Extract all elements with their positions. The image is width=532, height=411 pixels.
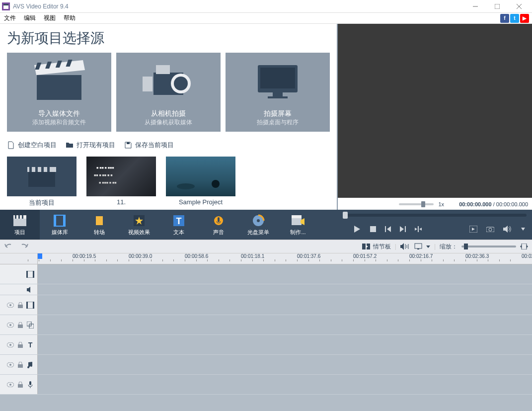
- track-music: [0, 355, 532, 375]
- twitter-icon[interactable]: t: [510, 14, 519, 23]
- action-create-blank[interactable]: 创建空白项目: [7, 141, 57, 150]
- menu-edit[interactable]: 编辑: [20, 13, 40, 23]
- eye-icon[interactable]: [6, 361, 14, 369]
- app-icon: [2, 2, 10, 10]
- lock-icon[interactable]: [16, 361, 24, 369]
- save-icon: [124, 141, 132, 149]
- track-body[interactable]: [38, 264, 532, 284]
- thumb-project-1[interactable]: ■ ■■ ■ ■■■■■ ■ ■■ ■ ■■ ■■■ ■ ■■ 11.: [86, 157, 156, 207]
- svg-point-32: [212, 180, 220, 188]
- split-button[interactable]: [415, 226, 422, 232]
- tool-disc-menu[interactable]: 光盘菜单: [238, 210, 278, 240]
- tool-media-library[interactable]: 媒体库: [40, 210, 79, 240]
- lock-icon[interactable]: [16, 321, 24, 329]
- produce-icon: [291, 214, 305, 228]
- folder-icon: [66, 141, 74, 149]
- action-save-current[interactable]: 保存当前项目: [124, 141, 174, 150]
- timeline-ruler[interactable]: 00:00:19.500:00:39.000:00:58.600:01:18.1…: [0, 253, 532, 264]
- text-icon: T: [172, 214, 186, 228]
- overlay-icon[interactable]: [26, 321, 34, 329]
- card-subtitle: 从摄像机获取媒体: [145, 118, 192, 127]
- lock-icon[interactable]: [16, 341, 24, 349]
- svg-rect-53: [292, 218, 302, 225]
- track-body[interactable]: [38, 335, 532, 354]
- svg-text:■ ■■ ■ ■■■: ■ ■■ ■ ■■■: [96, 166, 114, 169]
- thumb-project-2[interactable]: Sample Project: [166, 157, 235, 207]
- microphone-icon: [212, 214, 226, 228]
- svg-rect-25: [29, 167, 32, 172]
- next-frame-button[interactable]: [400, 226, 406, 232]
- snapshot-button[interactable]: [486, 226, 494, 232]
- redo-button[interactable]: [19, 243, 29, 250]
- youtube-icon[interactable]: ▶: [520, 14, 529, 23]
- undo-button[interactable]: [4, 243, 14, 250]
- menu-file[interactable]: 文件: [0, 13, 20, 23]
- zoom-fit-button[interactable]: [520, 244, 528, 249]
- playback-seek-slider[interactable]: [343, 214, 527, 217]
- minimize-button[interactable]: [464, 0, 486, 13]
- preview-canvas[interactable]: [338, 24, 532, 198]
- storyboard-toggle[interactable]: 情节板: [362, 243, 391, 251]
- filmstrip-icon: [53, 214, 67, 228]
- volume-dropdown-icon[interactable]: [521, 228, 525, 231]
- eye-icon[interactable]: [6, 381, 14, 389]
- eye-icon[interactable]: [6, 321, 14, 329]
- card-import-media[interactable]: 导入媒体文件 添加视频和音频文件: [7, 53, 111, 132]
- playhead-marker[interactable]: [38, 253, 42, 259]
- track-body[interactable]: [38, 355, 532, 374]
- svg-rect-17: [143, 77, 152, 91]
- card-title: 拍摄屏幕: [264, 109, 292, 118]
- track-main-video: [0, 264, 532, 284]
- speaker-icon[interactable]: [26, 286, 34, 294]
- svg-marker-80: [426, 246, 430, 248]
- monitor-icon: [226, 53, 330, 107]
- play-button[interactable]: [354, 226, 361, 233]
- music-note-icon[interactable]: [26, 361, 34, 369]
- card-capture-camera[interactable]: 从相机拍摄 从摄像机获取媒体: [116, 53, 221, 132]
- track-body[interactable]: [38, 315, 532, 334]
- menu-help[interactable]: 帮助: [60, 13, 79, 23]
- window-title: AVS Video Editor 9.4: [13, 3, 464, 10]
- menu-view[interactable]: 视图: [40, 13, 60, 23]
- track-body[interactable]: [38, 375, 532, 394]
- svg-rect-34: [13, 219, 26, 226]
- lock-icon[interactable]: [16, 381, 24, 389]
- speed-slider[interactable]: [399, 203, 434, 205]
- film-icon[interactable]: [26, 270, 34, 278]
- eye-icon[interactable]: [6, 301, 14, 309]
- tool-transitions[interactable]: 转场: [79, 210, 119, 240]
- audio-mix-button[interactable]: [400, 243, 410, 250]
- track-body[interactable]: [38, 295, 532, 315]
- stop-button[interactable]: [370, 226, 376, 232]
- display-settings-button[interactable]: [414, 243, 430, 250]
- svg-rect-22: [127, 142, 130, 144]
- facebook-icon[interactable]: f: [500, 14, 509, 23]
- close-button[interactable]: [508, 0, 530, 13]
- fullscreen-button[interactable]: [469, 226, 477, 233]
- eye-icon[interactable]: [6, 341, 14, 349]
- volume-button[interactable]: [503, 226, 512, 233]
- file-icon: [7, 141, 15, 149]
- tool-produce[interactable]: 制作...: [278, 210, 318, 240]
- card-capture-screen[interactable]: 拍摄屏幕 拍摄桌面与程序: [226, 53, 330, 132]
- svg-rect-71: [362, 244, 366, 249]
- storyboard-icon: [362, 244, 371, 249]
- svg-rect-85: [26, 271, 28, 278]
- thumb-current-project[interactable]: 当前项目: [7, 157, 76, 207]
- svg-rect-37: [18, 215, 20, 219]
- prev-frame-button[interactable]: [385, 226, 391, 232]
- tool-project[interactable]: 项目: [0, 210, 40, 240]
- svg-rect-62: [418, 226, 419, 232]
- tool-audio[interactable]: 声音: [199, 210, 238, 240]
- tool-text[interactable]: T 文本: [159, 210, 199, 240]
- action-open-existing[interactable]: 打开现有项目: [66, 141, 115, 150]
- zoom-slider[interactable]: [461, 246, 516, 247]
- tool-video-effects[interactable]: 视频效果: [119, 210, 159, 240]
- track-body[interactable]: [38, 284, 532, 295]
- maximize-button[interactable]: [486, 0, 508, 13]
- mic-track-icon[interactable]: [26, 381, 34, 389]
- preview-info-bar: 1x 00:00:00.000 / 00:00:00.000: [338, 199, 532, 210]
- film-icon[interactable]: [26, 301, 34, 309]
- text-track-icon[interactable]: T: [26, 341, 34, 349]
- lock-icon[interactable]: [16, 301, 24, 309]
